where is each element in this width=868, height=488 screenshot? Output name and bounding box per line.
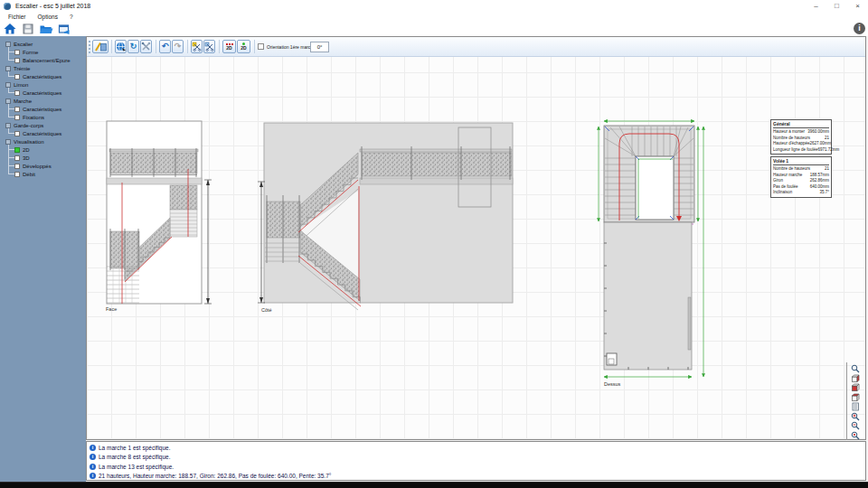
zoom-select-button[interactable]: [850, 364, 861, 373]
minimize-button[interactable]: –: [806, 0, 826, 12]
save-icon: [22, 23, 34, 35]
zoom-fit-button[interactable]: [850, 431, 861, 440]
menu-fichier[interactable]: Fichier: [5, 14, 30, 20]
windows-taskbar[interactable]: [0, 482, 868, 488]
dessus-view-drawing[interactable]: [592, 117, 710, 389]
info-button[interactable]: i: [854, 23, 865, 34]
sidebar-item-forme[interactable]: Forme: [0, 48, 86, 56]
cube-solid-icon: [851, 383, 860, 392]
open-button[interactable]: [38, 22, 54, 35]
sidebar-item-fixations[interactable]: Fixations: [0, 113, 86, 121]
dims-2d-button[interactable]: 2D: [222, 40, 236, 53]
zoom-out-button[interactable]: [850, 421, 861, 430]
cube-solid-button[interactable]: [850, 383, 861, 392]
info-message-icon: [90, 473, 96, 479]
sidebar-item-gardecorps-caracteristiques[interactable]: Caractéristiques: [0, 129, 86, 137]
sidebar-item-marche-caracteristiques[interactable]: Caractéristiques: [0, 105, 86, 113]
active-checkbox-icon[interactable]: [14, 147, 20, 153]
save-button[interactable]: [20, 22, 36, 35]
checkbox-icon[interactable]: [14, 164, 20, 169]
checkbox-icon[interactable]: [14, 50, 20, 55]
right-toolbar-separator: [846, 362, 847, 440]
sidebar-item-garde-corps[interactable]: Garde-corps: [0, 121, 86, 129]
home-icon: [4, 23, 16, 35]
cube-wire-icon: [851, 374, 860, 383]
edit-plan-button[interactable]: [92, 40, 108, 53]
cote-view-label: Côté: [261, 307, 272, 313]
info-message-icon: [90, 464, 96, 470]
sidebar-item-2d[interactable]: 2D: [0, 145, 86, 154]
sidebar-item-escalier[interactable]: Escalier: [0, 40, 86, 48]
face-view-drawing[interactable]: [95, 117, 217, 313]
checkbox-icon[interactable]: [14, 58, 20, 63]
navigate-button[interactable]: [115, 40, 127, 53]
volee-info-table: Volée 1 Nombre de hauteurs21 Hauteur mar…: [770, 156, 832, 198]
toolbar-separator: [254, 40, 255, 53]
sidebar-item-marche[interactable]: Marche: [0, 97, 86, 105]
zoom-in-button[interactable]: [850, 412, 861, 421]
volee-table-title: Volée 1: [773, 158, 829, 165]
tools-icon: [141, 42, 151, 52]
sidebar-item-balancement[interactable]: Balancement/Epure: [0, 56, 86, 64]
message-panel: La marche 1 est spécifique. La marche 8 …: [86, 441, 866, 481]
checkbox-icon[interactable]: [14, 115, 20, 120]
redo-icon: ↷: [175, 42, 182, 51]
zoom-fit-icon: [851, 431, 860, 440]
cut-plan-button[interactable]: [191, 40, 203, 53]
checkbox-icon[interactable]: [14, 90, 20, 96]
cote-view-drawing[interactable]: [256, 117, 520, 313]
tree-node-icon[interactable]: [5, 123, 11, 128]
cube-wire-button[interactable]: [850, 374, 861, 383]
globe-icon: [116, 42, 126, 52]
sidebar-item-limon-caracteristiques[interactable]: Caractéristiques: [0, 89, 86, 97]
export-button[interactable]: [56, 22, 72, 35]
menu-options[interactable]: Options: [34, 14, 61, 20]
application-window: Escalier - esc 5 juillet 2018 – □ × Fich…: [0, 0, 868, 488]
window-title: Escalier - esc 5 juillet 2018: [15, 3, 90, 9]
sidebar-item-limon[interactable]: Limon: [0, 80, 86, 89]
sidebar-item-3d[interactable]: 3D: [0, 154, 86, 162]
refresh-button[interactable]: ↻: [127, 40, 139, 53]
sidebar-item-tremie-caracteristiques[interactable]: Caractéristiques: [0, 72, 86, 80]
maximize-button[interactable]: □: [826, 0, 847, 12]
list-button[interactable]: [850, 402, 861, 411]
sidebar-item-visualisation[interactable]: Visualisation: [0, 137, 86, 145]
toolbar-separator: [111, 40, 112, 53]
refresh-icon: ↻: [130, 42, 137, 51]
cut-section-button[interactable]: [203, 40, 215, 53]
list-icon: [851, 402, 860, 411]
checkbox-icon[interactable]: [14, 172, 20, 177]
undo-button[interactable]: ↶: [159, 40, 171, 53]
checkbox-icon[interactable]: [14, 155, 20, 161]
tree-node-icon[interactable]: [5, 82, 11, 88]
orientation-label: Orientation 1ère marche: [267, 44, 316, 50]
menu-help[interactable]: ?: [66, 14, 77, 20]
drawing-canvas[interactable]: Face: [87, 57, 865, 439]
cube-back-button[interactable]: [850, 393, 861, 402]
sidebar-item-developpes[interactable]: Développés: [0, 162, 86, 170]
checkbox-icon[interactable]: [14, 131, 20, 136]
tools-button[interactable]: [140, 40, 152, 53]
info-message-icon: [90, 454, 96, 460]
tree-node-icon[interactable]: [5, 42, 11, 47]
checkbox-icon[interactable]: [14, 107, 20, 112]
general-table-title: Général: [773, 121, 829, 128]
orientation-input[interactable]: [310, 42, 329, 52]
app-toolbar: i: [0, 21, 868, 36]
checkbox-icon[interactable]: [14, 74, 20, 80]
home-button[interactable]: [2, 22, 18, 35]
sidebar: Escalier Forme Balancement/Epure Trémie …: [0, 36, 86, 482]
toolbar-grip[interactable]: [89, 41, 90, 53]
sidebar-item-debit[interactable]: Débit: [0, 170, 86, 178]
close-button[interactable]: ×: [847, 0, 868, 12]
sidebar-item-tremie[interactable]: Trémie: [0, 64, 86, 72]
tree-node-icon[interactable]: [5, 66, 11, 71]
redo-button[interactable]: ↷: [172, 40, 184, 53]
tree-node-icon[interactable]: [5, 99, 11, 104]
orientation-checkbox[interactable]: [258, 43, 264, 50]
tree-node-icon[interactable]: [5, 139, 11, 145]
zoom-select-icon: [851, 364, 860, 373]
green-2d-button[interactable]: 2D: [237, 40, 250, 53]
message-row: La marche 1 est spécifique.: [90, 443, 863, 453]
zoom-in-icon: [851, 412, 860, 421]
